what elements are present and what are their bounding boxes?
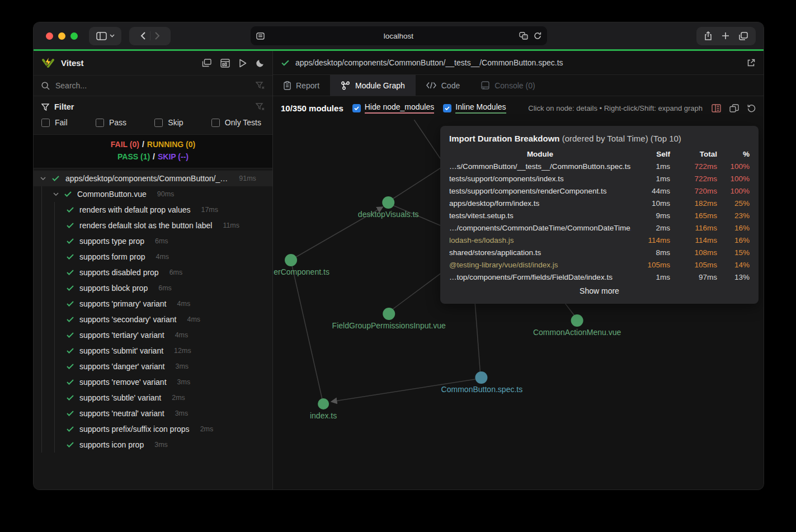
pass-check-icon	[67, 442, 74, 448]
graph-node-desktopvisuals[interactable]	[382, 196, 394, 209]
run-all-icon[interactable]	[239, 59, 247, 68]
graph-node-rendercomponent[interactable]	[285, 254, 297, 266]
tab-console[interactable]: Console (0)	[470, 75, 545, 96]
test-row[interactable]: supports form prop4ms	[34, 249, 272, 265]
chevron-down-icon[interactable]	[40, 177, 46, 180]
filter-only-tests-checkbox[interactable]: Only Tests	[211, 118, 261, 127]
table-row[interactable]: tests/support/components/renderComponent…	[449, 185, 750, 197]
inline-modules-checkbox[interactable]: Inline Modules	[443, 102, 506, 114]
test-file-label: apps/desktop/components/CommonButton/_…	[65, 174, 228, 183]
zoom-window-button[interactable]	[70, 32, 78, 40]
minimize-window-button[interactable]	[58, 32, 65, 40]
module-graph-canvas[interactable]: desktopVisuals.ts erComponent.ts FieldGr…	[273, 120, 764, 489]
test-row[interactable]: supports 'neutral' variant3ms	[34, 406, 272, 421]
test-row[interactable]: supports 'secondary' variant4ms	[34, 312, 272, 327]
tab-module-graph[interactable]: Module Graph	[330, 75, 416, 96]
dashboard-icon[interactable]	[202, 59, 211, 67]
table-row[interactable]: …s/CommonButton/__tests__/CommonButton.s…	[449, 161, 750, 173]
test-row[interactable]: supports prefix/suffix icon props2ms	[34, 421, 272, 437]
table-row[interactable]: @testing-library/vue/dist/index.js105ms1…	[449, 259, 750, 271]
table-row[interactable]: …/components/CommonDateTime/CommonDateTi…	[449, 222, 750, 234]
test-suite-label: CommonButton.vue	[77, 190, 147, 199]
pass-check-icon	[67, 254, 74, 260]
forward-button[interactable]	[155, 32, 160, 40]
pass-check-icon	[67, 285, 74, 291]
pass-check-icon	[67, 238, 74, 244]
browser-actions	[696, 27, 756, 45]
filter-fail-checkbox[interactable]: Fail	[41, 118, 68, 127]
test-row[interactable]: supports type prop6ms	[34, 233, 272, 249]
new-tab-icon[interactable]	[722, 32, 729, 40]
pass-check-icon	[64, 191, 72, 197]
test-row[interactable]: supports 'primary' variant4ms	[34, 296, 272, 312]
hide-node-modules-checkbox[interactable]: Hide node_modules	[352, 102, 435, 114]
tab-report[interactable]: Report	[273, 75, 330, 96]
legend-icon[interactable]	[712, 104, 721, 112]
filter-pass-checkbox[interactable]: Pass	[96, 118, 126, 127]
translate-icon[interactable]	[519, 32, 528, 40]
test-row[interactable]: renders with default prop values17ms	[34, 202, 272, 218]
pass-check-icon	[67, 411, 74, 416]
filter-label: Filter	[54, 102, 74, 111]
clear-search-filter-icon[interactable]	[256, 82, 265, 90]
tab-code[interactable]: Code	[416, 75, 470, 96]
filter-skip-checkbox[interactable]: Skip	[154, 118, 183, 127]
graph-hint: Click on node: details • Right-click/Shi…	[528, 104, 703, 112]
sidebar: Vitest	[34, 51, 273, 489]
graph-node-fieldgrouppermissionsinput[interactable]	[383, 308, 395, 320]
test-row[interactable]: supports 'submit' variant12ms	[34, 343, 272, 359]
back-button[interactable]	[140, 32, 145, 40]
test-row[interactable]: supports 'remove' variant3ms	[34, 374, 272, 390]
file-header: apps/desktop/components/CommonButton/__t…	[273, 51, 764, 75]
test-row[interactable]: supports 'subtle' variant2ms	[34, 390, 272, 406]
table-row[interactable]: tests/support/components/index.ts1ms722m…	[449, 173, 750, 185]
test-suite-row[interactable]: CommonButton.vue 90ms	[34, 186, 272, 202]
pass-check-icon	[67, 395, 74, 401]
pass-check-icon	[67, 301, 74, 307]
chevron-down-icon[interactable]	[53, 192, 59, 196]
pass-check-icon	[67, 348, 74, 354]
table-header: Module Self Total %	[449, 148, 750, 161]
test-tree: apps/desktop/components/CommonButton/_… …	[34, 168, 272, 489]
graph-node-label: desktopVisuals.ts	[358, 210, 419, 219]
graph-node-index[interactable]	[318, 398, 329, 409]
coverage-icon[interactable]	[220, 59, 230, 68]
test-row[interactable]: supports disabled prop6ms	[34, 265, 272, 280]
test-row[interactable]: renders default slot as the button label…	[34, 218, 272, 233]
share-icon[interactable]	[704, 31, 712, 40]
reset-graph-icon[interactable]	[747, 104, 756, 112]
pass-check-icon	[67, 379, 74, 385]
reload-icon[interactable]	[534, 32, 541, 40]
table-row[interactable]: apps/desktop/form/index.ts10ms182ms25%	[449, 197, 750, 210]
table-row[interactable]: shared/stores/application.ts8ms108ms15%	[449, 247, 750, 259]
table-row[interactable]: lodash-es/lodash.js114ms114ms16%	[449, 234, 750, 247]
open-external-icon[interactable]	[747, 59, 755, 67]
graph-node-label: index.ts	[310, 411, 337, 420]
sidebar-toggle-button[interactable]	[89, 27, 121, 45]
clear-filter-icon[interactable]	[256, 103, 265, 111]
table-row[interactable]: tests/vitest.setup.ts9ms165ms23%	[449, 210, 750, 222]
url-text: localhost	[251, 32, 547, 40]
show-more-button[interactable]: Show more	[449, 286, 750, 295]
dark-mode-icon[interactable]	[256, 59, 265, 68]
test-row[interactable]: supports icon prop3ms	[34, 437, 272, 453]
search-input[interactable]	[55, 81, 250, 90]
app-title: Vitest	[61, 58, 84, 68]
graph-node-commonbutton-spec[interactable]	[475, 371, 487, 384]
chevron-down-icon	[110, 34, 115, 37]
panel-title: Import Duration Breakdown (ordered by To…	[449, 132, 750, 145]
graph-node-commonactionmenu[interactable]	[571, 314, 583, 327]
checkbox-icon	[154, 119, 163, 127]
filter-icon	[41, 103, 49, 111]
close-window-button[interactable]	[46, 32, 53, 40]
address-bar[interactable]: localhost	[251, 26, 547, 45]
test-file-row[interactable]: apps/desktop/components/CommonButton/_… …	[34, 171, 272, 186]
test-row[interactable]: supports 'tertiary' variant4ms	[34, 327, 272, 343]
expand-frames-icon[interactable]	[729, 104, 739, 112]
graph-node-label: FieldGroupPermissionsInput.vue	[332, 321, 446, 330]
tab-overview-icon[interactable]	[739, 32, 748, 40]
test-row[interactable]: supports block prop6ms	[34, 280, 272, 296]
pass-count: PASS (1)	[117, 152, 150, 161]
table-row[interactable]: …top/components/Form/fields/FieldDate/in…	[449, 271, 750, 284]
test-row[interactable]: supports 'danger' variant3ms	[34, 359, 272, 374]
